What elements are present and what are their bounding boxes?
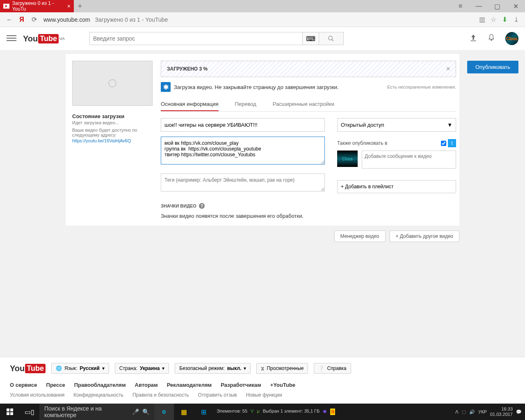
- close-tab-icon[interactable]: ×: [67, 3, 71, 9]
- taskbar-app-explorer[interactable]: ▦: [174, 404, 194, 420]
- browser-tab[interactable]: Загружено 0 из 1 - YouTu ×: [0, 0, 74, 12]
- language-select[interactable]: 🌐 Язык: Русский ▾: [51, 363, 109, 374]
- search-icon[interactable]: 🔍: [142, 409, 149, 415]
- footer-link[interactable]: +YouTube: [270, 382, 295, 388]
- footer-link[interactable]: О сервисе: [10, 382, 37, 388]
- close-banner-icon[interactable]: ×: [446, 65, 450, 73]
- tab-advanced[interactable]: Расширенные настройки: [273, 98, 334, 111]
- mic-icon[interactable]: 🎤: [132, 409, 139, 415]
- thumbnails-heading: ЗНАЧКИ ВИДЕО ?: [161, 203, 325, 209]
- close-window-icon[interactable]: ✕: [507, 0, 525, 12]
- minimize-icon[interactable]: —: [470, 0, 488, 12]
- twitter-icon[interactable]: t: [448, 139, 456, 147]
- footer-link[interactable]: Правообладателям: [74, 382, 126, 388]
- footer-link[interactable]: Условия использования: [10, 392, 64, 398]
- taskbar-app-store[interactable]: ⊞: [194, 404, 213, 420]
- chevron-down-icon: ▾: [162, 365, 164, 371]
- language-indicator[interactable]: УКР: [478, 409, 487, 414]
- tab-title: Загружено 0 из 1 - YouTu: [12, 0, 67, 12]
- window-controls: ≡ — ▢ ✕: [451, 0, 525, 12]
- also-publish-label: Также опубликовать в: [337, 140, 387, 146]
- search-button[interactable]: [319, 32, 344, 45]
- upload-icon[interactable]: [469, 34, 477, 43]
- taskbar-search[interactable]: Поиск в Яндексе и на компьютере 🎤 🔍: [39, 404, 154, 420]
- taskbar-app[interactable]: V: [251, 409, 253, 415]
- keyboard-icon[interactable]: ⌨: [303, 32, 319, 45]
- help-icon[interactable]: ?: [199, 203, 205, 209]
- network-icon[interactable]: ⬚: [462, 409, 466, 415]
- tray-chevron-icon[interactable]: ᐱ: [455, 409, 459, 415]
- svg-line-1: [332, 39, 333, 41]
- publish-button[interactable]: Опубликовать: [467, 61, 518, 73]
- footer-link[interactable]: Прессе: [46, 382, 65, 388]
- translate-icon[interactable]: ▥: [479, 16, 487, 24]
- footer-link[interactable]: Авторам: [135, 382, 158, 388]
- browser-menu-icon[interactable]: ≡: [451, 0, 470, 12]
- avatar[interactable]: Clous: [505, 32, 518, 45]
- task-view-icon[interactable]: ▭▯: [20, 404, 39, 420]
- explorer-items-count: Элементов: 55: [217, 409, 247, 415]
- taskbar-app-utorrent[interactable]: μ: [257, 409, 259, 415]
- taskbar-app-viber[interactable]: ◉: [323, 409, 327, 415]
- tab-basic-info[interactable]: Основная информация: [161, 98, 219, 111]
- add-more-videos-button[interactable]: + Добавить другое видео: [390, 231, 459, 242]
- safety-mode-select[interactable]: Безопасный режим: выкл. ▾: [175, 363, 251, 374]
- action-center-icon[interactable]: 💬: [516, 409, 522, 415]
- youtube-logo[interactable]: You Tube UA: [23, 34, 65, 43]
- video-description-input[interactable]: [161, 137, 325, 164]
- share-message-input[interactable]: [362, 151, 456, 169]
- channel-thumbnail: Clous: [337, 151, 358, 167]
- upload-progress-banner: ЗАГРУЖЕНО 3 % ×: [161, 61, 456, 77]
- progress-text: ЗАГРУЖЕНО 3 %: [167, 66, 208, 72]
- upload-panel: Опубликовать Состояние загрузки Идет заг…: [66, 54, 459, 226]
- reload-icon[interactable]: ⟳: [28, 14, 40, 26]
- yandex-icon[interactable]: Я: [16, 14, 28, 26]
- footer-link[interactable]: Новые функции: [246, 392, 282, 398]
- footer-link[interactable]: Рекламодателям: [167, 382, 212, 388]
- history-button[interactable]: ⧖ Просмотренные: [256, 363, 308, 374]
- help-icon: ❔: [318, 365, 324, 371]
- footer-links-secondary: Условия использования Конфиденциальность…: [10, 392, 515, 398]
- footer-link[interactable]: Отправить отзыв: [198, 392, 237, 398]
- volume-icon[interactable]: 🔊: [469, 409, 475, 415]
- notifications-icon[interactable]: [487, 34, 495, 43]
- clock[interactable]: 16:33 01.03.2017: [490, 406, 513, 417]
- taskbar-app-yandex[interactable]: Я: [330, 409, 335, 415]
- start-button[interactable]: [0, 404, 20, 420]
- footer-logo[interactable]: You Tube: [10, 364, 46, 373]
- extension-icon[interactable]: ⬇: [502, 16, 510, 24]
- chevron-down-icon: ▼: [447, 122, 452, 128]
- taskbar-app-edge[interactable]: e: [154, 404, 174, 420]
- search-input[interactable]: [89, 32, 303, 45]
- footer-link[interactable]: Разработчикам: [221, 382, 261, 388]
- url-domain[interactable]: www.youtube.com: [43, 16, 90, 23]
- svg-rect-3: [10, 409, 13, 411]
- new-tab-button[interactable]: +: [74, 0, 86, 12]
- footer-link[interactable]: Конфиденциальность: [73, 392, 123, 398]
- maximize-icon[interactable]: ▢: [488, 0, 507, 12]
- video-thumbnail-placeholder: [72, 61, 153, 106]
- download-icon[interactable]: ⤓: [514, 16, 522, 24]
- guide-menu-icon[interactable]: [7, 34, 16, 43]
- upload-tabs: Основная информация Перевод Расширенные …: [161, 98, 456, 112]
- footer-link[interactable]: Правила и безопасность: [132, 392, 189, 398]
- taskbar: ▭▯ Поиск в Яндексе и на компьютере 🎤 🔍 e…: [0, 404, 525, 420]
- help-button[interactable]: ❔ Справка: [314, 363, 351, 374]
- youtube-favicon: [3, 4, 9, 9]
- upload-video-url[interactable]: https://youtu.be/16VaiHjAv6Q: [72, 138, 153, 143]
- chevron-down-icon: ▾: [244, 365, 246, 371]
- footer: You Tube 🌐 Язык: Русский ▾ Страна: Украи…: [0, 357, 525, 404]
- browser-tab-bar: Загружено 0 из 1 - YouTu × + ≡ — ▢ ✕: [0, 0, 525, 12]
- country-select[interactable]: Страна: Украина ▾: [115, 363, 169, 374]
- add-playlist-button[interactable]: + Добавить в плейлист: [337, 180, 456, 193]
- privacy-select[interactable]: Открытый доступ ▼: [337, 118, 456, 132]
- back-icon[interactable]: ←: [3, 14, 16, 26]
- video-tags-input[interactable]: [161, 173, 325, 192]
- youtube-header: You Tube UA ⌨ Clous: [0, 27, 525, 50]
- svg-point-0: [329, 36, 332, 40]
- bookmark-icon[interactable]: ☆: [491, 16, 499, 24]
- tab-translations[interactable]: Перевод: [235, 98, 256, 111]
- video-title-input[interactable]: [161, 118, 325, 132]
- video-manager-button[interactable]: Менеджер видео: [334, 231, 386, 242]
- twitter-checkbox[interactable]: [441, 141, 446, 146]
